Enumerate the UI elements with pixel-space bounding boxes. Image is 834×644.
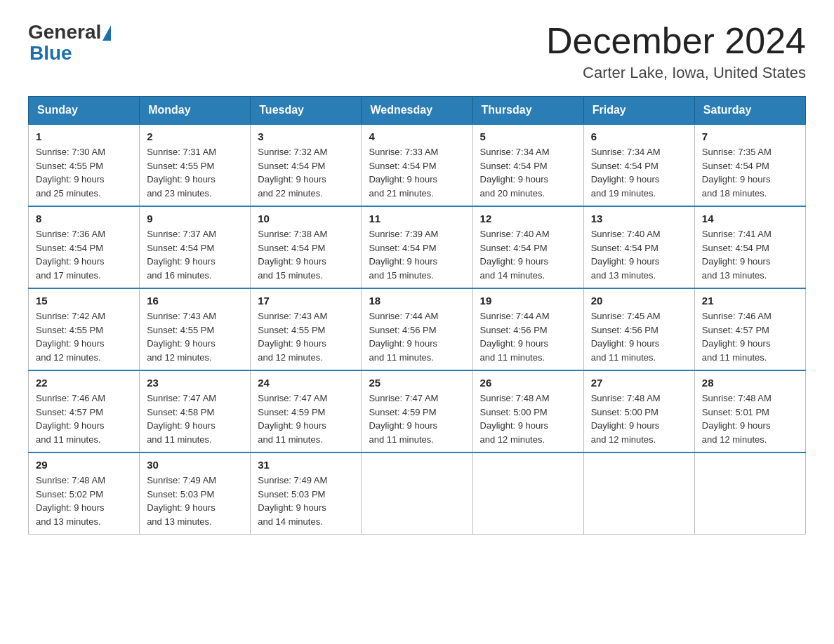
title-section: December 2024 Carter Lake, Iowa, United … bbox=[546, 21, 806, 82]
page-header: General Blue December 2024 Carter Lake, … bbox=[28, 21, 806, 82]
day-number: 15 bbox=[36, 295, 132, 307]
day-info: Sunrise: 7:44 AMSunset: 4:56 PMDaylight:… bbox=[369, 311, 438, 363]
calendar-cell: 19 Sunrise: 7:44 AMSunset: 4:56 PMDaylig… bbox=[472, 288, 583, 370]
day-info: Sunrise: 7:38 AMSunset: 4:54 PMDaylight:… bbox=[258, 229, 327, 281]
day-number: 30 bbox=[147, 459, 243, 471]
calendar-cell: 17 Sunrise: 7:43 AMSunset: 4:55 PMDaylig… bbox=[251, 288, 362, 370]
week-row-2: 8 Sunrise: 7:36 AMSunset: 4:54 PMDayligh… bbox=[29, 206, 806, 288]
week-row-1: 1 Sunrise: 7:30 AMSunset: 4:55 PMDayligh… bbox=[29, 124, 806, 206]
calendar-cell: 23 Sunrise: 7:47 AMSunset: 4:58 PMDaylig… bbox=[140, 370, 251, 452]
day-info: Sunrise: 7:36 AMSunset: 4:54 PMDaylight:… bbox=[36, 229, 105, 281]
day-number: 21 bbox=[702, 295, 798, 307]
calendar-cell bbox=[472, 452, 583, 535]
day-number: 19 bbox=[480, 295, 576, 307]
day-number: 28 bbox=[702, 377, 798, 389]
day-info: Sunrise: 7:32 AMSunset: 4:54 PMDaylight:… bbox=[258, 147, 327, 199]
calendar-cell: 21 Sunrise: 7:46 AMSunset: 4:57 PMDaylig… bbox=[694, 288, 805, 370]
calendar-cell: 25 Sunrise: 7:47 AMSunset: 4:59 PMDaylig… bbox=[362, 370, 472, 452]
day-number: 11 bbox=[369, 213, 465, 224]
week-row-5: 29 Sunrise: 7:48 AMSunset: 5:02 PMDaylig… bbox=[29, 452, 806, 535]
day-number: 6 bbox=[591, 130, 687, 142]
day-number: 5 bbox=[480, 130, 576, 142]
day-number: 13 bbox=[591, 213, 687, 224]
calendar-cell: 12 Sunrise: 7:40 AMSunset: 4:54 PMDaylig… bbox=[472, 206, 583, 288]
day-info: Sunrise: 7:40 AMSunset: 4:54 PMDaylight:… bbox=[591, 229, 661, 281]
day-number: 24 bbox=[258, 377, 354, 389]
calendar-cell: 5 Sunrise: 7:34 AMSunset: 4:54 PMDayligh… bbox=[472, 124, 583, 206]
day-info: Sunrise: 7:47 AMSunset: 4:59 PMDaylight:… bbox=[369, 393, 438, 445]
day-number: 26 bbox=[480, 377, 576, 389]
day-info: Sunrise: 7:39 AMSunset: 4:54 PMDaylight:… bbox=[369, 229, 438, 281]
calendar-cell: 9 Sunrise: 7:37 AMSunset: 4:54 PMDayligh… bbox=[140, 206, 251, 288]
calendar-cell: 1 Sunrise: 7:30 AMSunset: 4:55 PMDayligh… bbox=[29, 124, 140, 206]
day-info: Sunrise: 7:30 AMSunset: 4:55 PMDaylight:… bbox=[36, 147, 105, 199]
day-number: 9 bbox=[147, 213, 243, 224]
calendar-cell: 16 Sunrise: 7:43 AMSunset: 4:55 PMDaylig… bbox=[140, 288, 251, 370]
calendar-cell: 13 Sunrise: 7:40 AMSunset: 4:54 PMDaylig… bbox=[583, 206, 694, 288]
day-info: Sunrise: 7:48 AMSunset: 5:00 PMDaylight:… bbox=[480, 393, 550, 445]
col-monday: Monday bbox=[140, 97, 251, 125]
calendar-cell: 4 Sunrise: 7:33 AMSunset: 4:54 PMDayligh… bbox=[362, 124, 472, 206]
day-info: Sunrise: 7:40 AMSunset: 4:54 PMDaylight:… bbox=[480, 229, 550, 281]
day-info: Sunrise: 7:45 AMSunset: 4:56 PMDaylight:… bbox=[591, 311, 661, 363]
logo-triangle-icon bbox=[102, 25, 111, 41]
calendar-cell: 15 Sunrise: 7:42 AMSunset: 4:55 PMDaylig… bbox=[29, 288, 140, 370]
day-info: Sunrise: 7:41 AMSunset: 4:54 PMDaylight:… bbox=[702, 229, 772, 281]
col-sunday: Sunday bbox=[29, 97, 140, 125]
calendar-cell: 14 Sunrise: 7:41 AMSunset: 4:54 PMDaylig… bbox=[694, 206, 805, 288]
day-info: Sunrise: 7:47 AMSunset: 4:58 PMDaylight:… bbox=[147, 393, 216, 445]
day-number: 14 bbox=[702, 213, 798, 224]
day-number: 12 bbox=[480, 213, 576, 224]
day-info: Sunrise: 7:34 AMSunset: 4:54 PMDaylight:… bbox=[591, 147, 661, 199]
calendar-cell bbox=[694, 452, 805, 535]
calendar-cell: 7 Sunrise: 7:35 AMSunset: 4:54 PMDayligh… bbox=[694, 124, 805, 206]
col-friday: Friday bbox=[583, 97, 694, 125]
calendar-cell: 3 Sunrise: 7:32 AMSunset: 4:54 PMDayligh… bbox=[251, 124, 362, 206]
calendar-cell: 24 Sunrise: 7:47 AMSunset: 4:59 PMDaylig… bbox=[251, 370, 362, 452]
day-info: Sunrise: 7:48 AMSunset: 5:00 PMDaylight:… bbox=[591, 393, 661, 445]
calendar-cell: 11 Sunrise: 7:39 AMSunset: 4:54 PMDaylig… bbox=[362, 206, 472, 288]
day-info: Sunrise: 7:33 AMSunset: 4:54 PMDaylight:… bbox=[369, 147, 438, 199]
day-info: Sunrise: 7:48 AMSunset: 5:02 PMDaylight:… bbox=[36, 475, 105, 527]
calendar-cell: 18 Sunrise: 7:44 AMSunset: 4:56 PMDaylig… bbox=[362, 288, 472, 370]
day-number: 25 bbox=[369, 377, 465, 389]
day-info: Sunrise: 7:49 AMSunset: 5:03 PMDaylight:… bbox=[258, 475, 327, 527]
calendar-cell: 2 Sunrise: 7:31 AMSunset: 4:55 PMDayligh… bbox=[140, 124, 251, 206]
calendar-cell: 27 Sunrise: 7:48 AMSunset: 5:00 PMDaylig… bbox=[583, 370, 694, 452]
calendar-cell: 29 Sunrise: 7:48 AMSunset: 5:02 PMDaylig… bbox=[29, 452, 140, 535]
day-number: 8 bbox=[36, 213, 132, 224]
calendar-cell: 22 Sunrise: 7:46 AMSunset: 4:57 PMDaylig… bbox=[29, 370, 140, 452]
day-number: 29 bbox=[36, 459, 132, 471]
col-saturday: Saturday bbox=[694, 97, 805, 125]
day-info: Sunrise: 7:34 AMSunset: 4:54 PMDaylight:… bbox=[480, 147, 550, 199]
logo-general: General bbox=[28, 21, 101, 43]
location-subtitle: Carter Lake, Iowa, United States bbox=[546, 64, 806, 82]
week-row-3: 15 Sunrise: 7:42 AMSunset: 4:55 PMDaylig… bbox=[29, 288, 806, 370]
calendar-cell bbox=[583, 452, 694, 535]
day-number: 17 bbox=[258, 295, 354, 307]
calendar-cell: 31 Sunrise: 7:49 AMSunset: 5:03 PMDaylig… bbox=[251, 452, 362, 535]
day-number: 2 bbox=[147, 130, 243, 142]
day-info: Sunrise: 7:47 AMSunset: 4:59 PMDaylight:… bbox=[258, 393, 327, 445]
col-tuesday: Tuesday bbox=[251, 97, 362, 125]
calendar-cell: 8 Sunrise: 7:36 AMSunset: 4:54 PMDayligh… bbox=[29, 206, 140, 288]
calendar-cell: 20 Sunrise: 7:45 AMSunset: 4:56 PMDaylig… bbox=[583, 288, 694, 370]
day-number: 4 bbox=[369, 130, 465, 142]
col-thursday: Thursday bbox=[472, 97, 583, 125]
calendar-cell: 6 Sunrise: 7:34 AMSunset: 4:54 PMDayligh… bbox=[583, 124, 694, 206]
week-row-4: 22 Sunrise: 7:46 AMSunset: 4:57 PMDaylig… bbox=[29, 370, 806, 452]
day-number: 22 bbox=[36, 377, 132, 389]
day-info: Sunrise: 7:31 AMSunset: 4:55 PMDaylight:… bbox=[147, 147, 216, 199]
logo: General Blue bbox=[28, 21, 111, 63]
day-info: Sunrise: 7:43 AMSunset: 4:55 PMDaylight:… bbox=[147, 311, 216, 363]
day-number: 31 bbox=[258, 459, 354, 471]
day-info: Sunrise: 7:44 AMSunset: 4:56 PMDaylight:… bbox=[480, 311, 550, 363]
logo-blue: Blue bbox=[29, 43, 72, 63]
day-number: 23 bbox=[147, 377, 243, 389]
calendar-cell bbox=[362, 452, 472, 535]
day-info: Sunrise: 7:46 AMSunset: 4:57 PMDaylight:… bbox=[702, 311, 772, 363]
calendar-cell: 10 Sunrise: 7:38 AMSunset: 4:54 PMDaylig… bbox=[251, 206, 362, 288]
day-number: 27 bbox=[591, 377, 687, 389]
day-number: 20 bbox=[591, 295, 687, 307]
day-number: 16 bbox=[147, 295, 243, 307]
